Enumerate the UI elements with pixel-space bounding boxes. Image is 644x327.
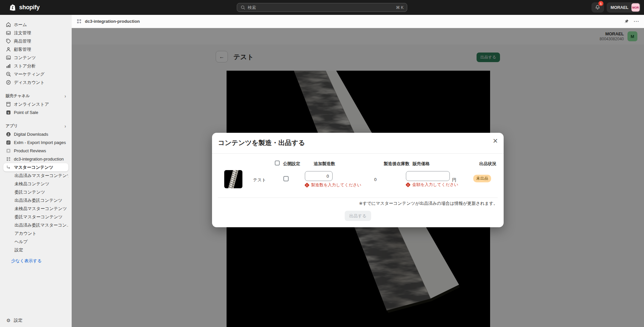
- sidebar-item-orders[interactable]: 注文管理: [3, 29, 68, 37]
- media-icon: [6, 55, 11, 60]
- column-header-stock-after: 製造後在庫数: [384, 161, 410, 167]
- sidebar-item-label: アカウント: [15, 231, 37, 236]
- sidebar-item-products[interactable]: 商品管理: [3, 37, 68, 45]
- sidebar-item-marketing[interactable]: マーケティング: [3, 70, 68, 78]
- sidebar-item-label: オンラインストア: [14, 101, 49, 107]
- deck-graphic: [228, 170, 239, 188]
- sidebar-item-label: Point of Sale: [14, 110, 38, 115]
- sidebar-item-uninspected-contents[interactable]: 未検品コンテンツ: [3, 180, 68, 188]
- modal-note: ※すでにマスターコンテンツが出品済みの場合は情報が更新されます。: [359, 200, 498, 206]
- account-menu[interactable]: MORAEL MOR: [607, 2, 641, 13]
- sidebar-item-label: 設定: [14, 317, 22, 323]
- sidebar-section-sales-channels[interactable]: 販売チャネル ›: [3, 92, 68, 100]
- column-header-additional-qty: 追加製造数: [314, 161, 335, 167]
- row-thumbnail: [224, 170, 242, 188]
- bar-chart-icon: [6, 63, 11, 69]
- svg-text:S: S: [8, 111, 10, 114]
- modal-header-divider: [212, 153, 504, 154]
- notifications-button[interactable]: 1: [591, 2, 604, 13]
- error-icon: !: [406, 182, 411, 188]
- additional-qty-error: ! 製造数を入力してください: [305, 182, 361, 188]
- sidebar-item-dc3-app[interactable]: dc3-integration-production: [3, 155, 68, 163]
- sidebar-item-listed-consignment-contents[interactable]: 出品済み委託コンテンツ: [3, 196, 68, 204]
- sidebar-item-account[interactable]: アカウント: [3, 229, 68, 237]
- show-less-link[interactable]: 少なく表示する: [3, 257, 68, 265]
- sidebar-item-label: Digital Downloads: [14, 132, 48, 137]
- sidebar-item-home[interactable]: ホーム: [3, 20, 68, 29]
- sidebar-item-label: 出品済み委託コンテンツ: [15, 198, 62, 203]
- app-header-bar: dc3-integration-production ···: [72, 15, 644, 28]
- gear-icon: ⚙: [6, 317, 11, 323]
- shopify-bag-icon: [9, 4, 17, 12]
- orders-icon: [6, 30, 11, 36]
- sidebar-item-online-store[interactable]: オンラインストア: [3, 100, 68, 108]
- exlm-icon: [6, 140, 11, 145]
- more-menu-button[interactable]: ···: [634, 19, 639, 24]
- sidebar-item-settings[interactable]: ⚙ 設定: [3, 316, 68, 324]
- column-header-status: 出品状況: [479, 161, 496, 167]
- sidebar-item-label: ディスカウント: [14, 80, 45, 86]
- modal-submit-button[interactable]: 出品する: [344, 211, 371, 221]
- sidebar-item-label: 顧客管理: [14, 47, 31, 53]
- app-grid-icon: [6, 156, 11, 162]
- star-icon: [6, 148, 11, 154]
- sidebar-item-label: 商品管理: [14, 38, 31, 44]
- sidebar-item-uninspected-master-contents[interactable]: 未検品マスターコンテンツ: [3, 204, 68, 213]
- breadcrumb-app-name: dc3-integration-production: [85, 19, 140, 24]
- sidebar-item-consignment-contents[interactable]: 委託コンテンツ: [3, 188, 68, 196]
- sidebar-item-content[interactable]: コンテンツ: [3, 54, 68, 62]
- sidebar-item-label: 委託コンテンツ: [15, 189, 45, 195]
- column-header-publish: 公開設定: [283, 161, 300, 167]
- price-input[interactable]: [406, 171, 450, 181]
- sidebar-item-listed-master-contents[interactable]: 出品済みマスターコンテンツ: [3, 171, 68, 180]
- sidebar-item-discounts[interactable]: ディスカウント: [3, 78, 68, 87]
- sidebar-item-help[interactable]: ヘルプ: [3, 237, 68, 246]
- status-badge: 未出品: [473, 175, 491, 182]
- sidebar-item-pos[interactable]: S Point of Sale: [3, 108, 68, 117]
- sidebar-item-label: Exlm - Export Import pages: [14, 140, 66, 145]
- sidebar-item-consignment-master-contents[interactable]: 委託マスターコンテンツ: [3, 213, 68, 221]
- sidebar-item-label: ストア分析: [14, 63, 36, 69]
- account-avatar: MOR: [631, 3, 640, 12]
- app-grid-icon: [76, 18, 82, 24]
- row-content-name: テスト: [253, 177, 266, 183]
- main-area: dc3-integration-production ··· MORAEL 80…: [72, 15, 644, 327]
- home-icon: [6, 22, 11, 27]
- sidebar-item-listed-consignment-master-contents[interactable]: 出品済み委託マスターコン...: [3, 221, 68, 229]
- search-shortcut: ⌘ K: [396, 5, 404, 10]
- embedded-app-canvas: MORAEL 80043082040 M ← テスト 出品する: [72, 28, 644, 327]
- sidebar-item-analytics[interactable]: ストア分析: [3, 62, 68, 70]
- sidebar-item-label: 未検品マスターコンテンツ: [15, 206, 67, 212]
- stock-after-value: 0: [374, 177, 376, 182]
- sidebar: ホーム 注文管理 商品管理 顧客管理: [0, 15, 72, 327]
- pos-icon: S: [6, 110, 11, 115]
- pin-icon[interactable]: [624, 19, 629, 24]
- shopify-admin: shopify ⌘ K 1: [0, 0, 644, 327]
- sidebar-item-digital-downloads[interactable]: Digital Downloads: [3, 130, 68, 138]
- sidebar-item-label: マーケティング: [14, 71, 45, 77]
- target-icon: [6, 71, 11, 77]
- sidebar-item-product-reviews[interactable]: Product Reviews: [3, 147, 68, 155]
- price-error: ! 金額を入力してください: [406, 182, 458, 188]
- error-icon: !: [304, 183, 310, 188]
- sidebar-item-label: Product Reviews: [14, 148, 46, 153]
- sidebar-item-exlm[interactable]: Exlm - Export Import pages: [3, 138, 68, 147]
- sidebar-item-customers[interactable]: 顧客管理: [3, 45, 68, 54]
- search-input[interactable]: [248, 5, 394, 10]
- top-bar: shopify ⌘ K 1: [0, 0, 644, 15]
- sidebar-item-app-settings[interactable]: 設定: [3, 246, 68, 254]
- sidebar-section-apps[interactable]: アプリ ›: [3, 122, 68, 130]
- chevron-right-icon: ›: [64, 93, 66, 99]
- select-all-checkbox[interactable]: [275, 161, 280, 165]
- row-publish-checkbox[interactable]: [283, 176, 289, 181]
- additional-qty-input[interactable]: [305, 171, 333, 181]
- sidebar-item-master-contents[interactable]: マスターコンテンツ: [3, 163, 68, 171]
- app-breadcrumb[interactable]: dc3-integration-production: [76, 18, 140, 24]
- notification-badge: 1: [598, 1, 603, 6]
- section-label: アプリ: [6, 123, 18, 129]
- sidebar-item-label: ヘルプ: [15, 239, 28, 245]
- app-header-actions: ···: [624, 19, 639, 24]
- shopify-logo[interactable]: shopify: [9, 4, 40, 12]
- global-search[interactable]: ⌘ K: [237, 3, 407, 12]
- close-icon[interactable]: ×: [491, 135, 499, 146]
